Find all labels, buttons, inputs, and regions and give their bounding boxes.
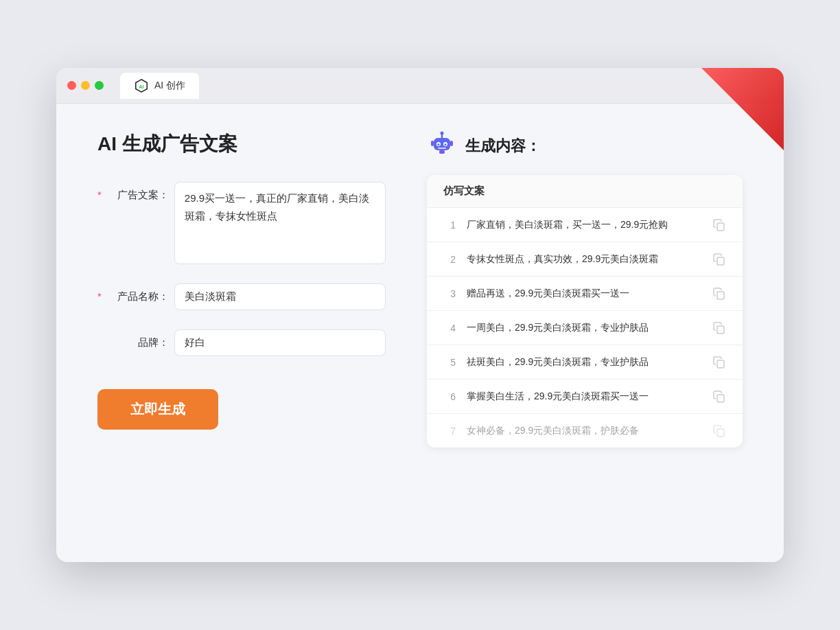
svg-point-3 [441, 132, 444, 135]
item-text: 一周美白，29.9元美白淡斑霜，专业护肤品 [467, 320, 701, 335]
product-name-required-star: * [97, 283, 102, 302]
svg-rect-9 [438, 148, 446, 149]
copy-icon[interactable] [712, 253, 726, 266]
svg-rect-13 [717, 223, 724, 231]
ad-copy-label: 广告文案： [107, 182, 169, 202]
item-text: 掌握美白生活，29.9元美白淡斑霜买一送一 [467, 389, 701, 404]
svg-point-8 [445, 143, 447, 145]
item-text: 专抹女性斑点，真实功效，29.9元美白淡斑霜 [467, 252, 701, 266]
page-title: AI 生成广告文案 [97, 131, 386, 157]
result-title: 生成内容： [465, 136, 541, 156]
svg-rect-15 [717, 292, 724, 299]
svg-rect-14 [717, 257, 724, 265]
item-number: 2 [443, 254, 456, 265]
result-item: 5 祛斑美白，29.9元美白淡斑霜，专业护肤品 [427, 345, 743, 380]
ad-copy-required-star: * [97, 182, 102, 200]
copy-icon[interactable] [712, 287, 726, 301]
tab-label: AI 创作 [154, 80, 185, 92]
item-number: 3 [443, 288, 456, 299]
ad-copy-group: * 广告文案： 29.9买一送一，真正的厂家直销，美白淡斑霜，专抹女性斑点 [97, 182, 386, 264]
ad-copy-input[interactable]: 29.9买一送一，真正的厂家直销，美白淡斑霜，专抹女性斑点 [174, 182, 386, 264]
item-text: 厂家直销，美白淡斑霜，买一送一，29.9元抢购 [467, 218, 701, 232]
result-item: 3 赠品再送，29.9元美白淡斑霜买一送一 [427, 277, 743, 311]
item-number: 1 [443, 220, 456, 231]
robot-icon [427, 131, 457, 161]
product-name-group: * 产品名称： [97, 283, 386, 310]
svg-rect-11 [431, 141, 434, 146]
result-header: 生成内容： [427, 131, 743, 161]
copy-icon[interactable] [712, 321, 726, 335]
result-item: 6 掌握美白生活，29.9元美白淡斑霜买一送一 [427, 380, 743, 414]
item-number: 7 [443, 425, 456, 436]
result-item: 7 女神必备，29.9元美白淡斑霜，护肤必备 [427, 414, 743, 447]
ai-tab-icon: AI [134, 78, 149, 93]
tab-ai-create[interactable]: AI AI 创作 [120, 73, 199, 99]
close-button[interactable] [67, 81, 76, 90]
svg-rect-12 [450, 141, 453, 146]
copy-icon[interactable] [712, 355, 726, 369]
traffic-lights [67, 81, 104, 90]
product-name-input[interactable] [174, 283, 386, 310]
result-item: 4 一周美白，29.9元美白淡斑霜，专业护肤品 [427, 311, 743, 345]
svg-text:AI: AI [139, 83, 143, 89]
minimize-button[interactable] [81, 81, 90, 90]
copy-icon[interactable] [712, 390, 726, 404]
item-number: 5 [443, 357, 456, 368]
result-table-header: 仿写文案 [427, 175, 743, 208]
svg-rect-17 [717, 360, 724, 368]
result-card: 仿写文案 1 厂家直销，美白淡斑霜，买一送一，29.9元抢购 2 专抹女性斑点，… [427, 175, 743, 447]
left-panel: AI 生成广告文案 * 广告文案： 29.9买一送一，真正的厂家直销，美白淡斑霜… [97, 131, 386, 529]
title-bar: AI AI 创作 [56, 68, 784, 104]
product-name-label: 产品名称： [107, 283, 169, 303]
browser-window: AI AI 创作 AI 生成广告文案 * 广告文案： 29.9买一送一，真正的厂… [56, 68, 784, 562]
svg-rect-16 [717, 326, 724, 334]
maximize-button[interactable] [95, 81, 104, 90]
svg-rect-19 [717, 429, 724, 436]
svg-point-7 [438, 143, 440, 145]
copy-icon[interactable] [712, 218, 726, 232]
item-text: 女神必备，29.9元美白淡斑霜，护肤必备 [467, 423, 701, 438]
item-text: 祛斑美白，29.9元美白淡斑霜，专业护肤品 [467, 355, 701, 369]
brand-label: 品牌： [107, 329, 169, 349]
svg-rect-10 [439, 150, 445, 154]
result-items-container: 1 厂家直销，美白淡斑霜，买一送一，29.9元抢购 2 专抹女性斑点，真实功效，… [427, 208, 743, 447]
copy-icon[interactable] [712, 424, 726, 438]
svg-rect-18 [717, 395, 724, 402]
brand-group: * 品牌： [97, 329, 386, 356]
result-item: 1 厂家直销，美白淡斑霜，买一送一，29.9元抢购 [427, 208, 743, 242]
generate-button[interactable]: 立即生成 [97, 389, 218, 430]
brand-input[interactable] [174, 329, 386, 356]
main-content: AI 生成广告文案 * 广告文案： 29.9买一送一，真正的厂家直销，美白淡斑霜… [56, 104, 784, 557]
item-number: 4 [443, 323, 456, 334]
item-number: 6 [443, 391, 456, 402]
right-panel: 生成内容： 仿写文案 1 厂家直销，美白淡斑霜，买一送一，29.9元抢购 2 专… [427, 131, 743, 529]
item-text: 赠品再送，29.9元美白淡斑霜买一送一 [467, 286, 701, 301]
result-item: 2 专抹女性斑点，真实功效，29.9元美白淡斑霜 [427, 242, 743, 277]
